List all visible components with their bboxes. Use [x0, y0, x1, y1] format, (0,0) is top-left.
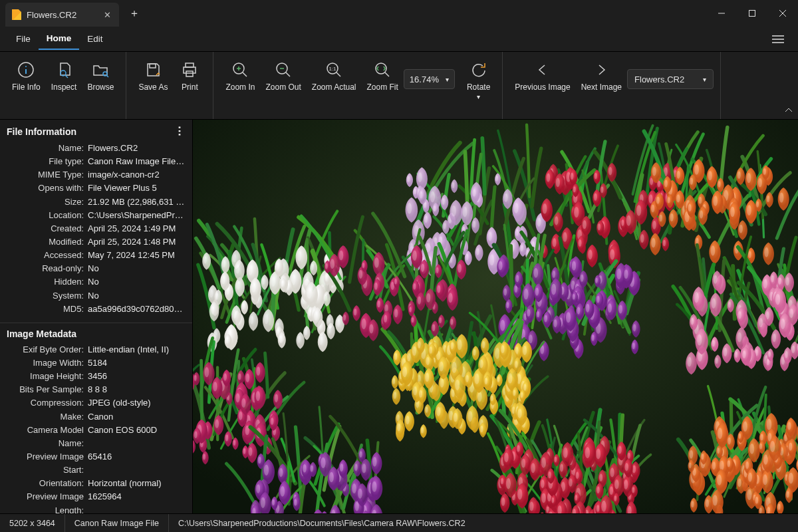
image-file-select[interactable]: Flowers.CR2 ▾ — [627, 69, 714, 89]
next-image-button[interactable]: Next Image — [576, 57, 627, 92]
svg-point-403 — [714, 275, 718, 284]
svg-point-209 — [543, 203, 547, 214]
svg-point-767 — [737, 478, 741, 487]
svg-point-515 — [402, 366, 407, 377]
image-meta-rows: Exif Byte Order:Little-endian (Intel, II… — [7, 343, 186, 513]
info-value: 65416 — [88, 450, 186, 477]
svg-point-55 — [248, 265, 253, 275]
svg-point-427 — [742, 350, 745, 358]
zoom-level-select[interactable]: 16.74% ▾ — [404, 69, 455, 89]
save-as-button[interactable]: Save As — [133, 57, 173, 92]
rotate-button[interactable]: Rotate▾ — [462, 57, 495, 102]
svg-point-600 — [599, 473, 602, 481]
svg-point-340 — [608, 303, 612, 313]
ribbon-group-nav: Previous Image Next Image Flowers.CR2 ▾ — [503, 52, 721, 119]
chevron-down-icon: ▾ — [446, 76, 449, 83]
svg-point-130 — [271, 418, 274, 425]
info-value: JPEG (old-style) — [88, 396, 186, 410]
svg-point-806 — [450, 319, 453, 325]
info-key: Compression: — [7, 396, 88, 410]
svg-point-571 — [261, 497, 265, 508]
svg-point-239 — [556, 178, 560, 187]
svg-point-231 — [573, 186, 576, 192]
svg-point-753 — [763, 454, 768, 464]
svg-point-419 — [771, 275, 774, 283]
svg-point-109 — [233, 440, 236, 446]
svg-point-769 — [759, 444, 762, 450]
file-icon — [12, 9, 21, 20]
svg-point-425 — [697, 334, 702, 345]
svg-point-78 — [209, 289, 213, 298]
info-key: Bits Per Sample: — [7, 383, 88, 396]
svg-point-74 — [214, 332, 217, 338]
menu-edit[interactable]: Edit — [79, 29, 110, 49]
svg-point-89 — [251, 283, 256, 293]
zoom-in-button[interactable]: Zoom In — [220, 57, 260, 92]
svg-point-809 — [384, 315, 387, 323]
close-window-button[interactable] — [767, 0, 798, 27]
svg-point-544 — [258, 457, 261, 464]
minimize-button[interactable] — [706, 0, 737, 27]
svg-point-233 — [595, 173, 597, 179]
svg-point-675 — [548, 471, 551, 478]
zoom-out-button[interactable]: Zoom Out — [260, 57, 306, 92]
svg-point-672 — [576, 471, 579, 479]
svg-point-373 — [735, 352, 737, 358]
svg-point-185 — [466, 254, 468, 261]
document-tab[interactable]: Flowers.CR2 ✕ — [5, 3, 119, 27]
svg-point-524 — [521, 392, 523, 398]
status-dimensions: 5202 x 3464 — [0, 514, 65, 532]
image-viewer[interactable] — [193, 120, 798, 513]
info-value: April 25, 2024 1:49 PM — [88, 222, 186, 235]
previous-image-button[interactable]: Previous Image — [509, 57, 575, 92]
zoom-actual-button[interactable]: 1:1 Zoom Actual — [307, 57, 362, 92]
svg-point-689 — [563, 448, 568, 458]
svg-point-643 — [610, 467, 614, 477]
maximize-button[interactable] — [737, 0, 767, 27]
menu-file[interactable]: File — [8, 29, 39, 49]
info-row: Modified:April 25, 2024 1:48 PM — [7, 235, 186, 249]
svg-point-777 — [361, 319, 366, 329]
zoom-out-icon — [273, 60, 293, 80]
svg-point-508 — [515, 360, 518, 368]
ribbon-group-output: Save As Print — [126, 52, 213, 119]
svg-point-774 — [412, 317, 414, 323]
panel-menu-icon[interactable]: ⋯ — [174, 126, 186, 137]
info-key: Modified: — [7, 235, 88, 249]
print-button[interactable]: Print — [173, 57, 206, 92]
svg-point-37 — [262, 278, 265, 285]
svg-point-613 — [501, 497, 505, 506]
browse-button[interactable]: Browse — [82, 57, 119, 92]
close-tab-icon[interactable]: ✕ — [102, 9, 112, 20]
file-info-button[interactable]: File Info — [7, 57, 46, 92]
collapse-ribbon-button[interactable] — [779, 52, 798, 119]
zoom-fit-button[interactable]: Zoom Fit — [362, 57, 404, 92]
svg-point-761 — [701, 454, 704, 460]
svg-point-344 — [553, 319, 557, 327]
image-content — [193, 120, 798, 513]
svg-point-748 — [720, 461, 724, 471]
svg-point-350 — [586, 304, 590, 313]
menubar: File Home Edit — [0, 27, 798, 52]
menu-more-button[interactable] — [766, 27, 790, 51]
svg-point-567 — [354, 464, 358, 471]
svg-point-141 — [205, 367, 209, 377]
svg-point-412 — [789, 309, 793, 318]
svg-point-136 — [235, 393, 239, 402]
svg-point-240 — [594, 193, 597, 200]
menu-home[interactable]: Home — [39, 28, 80, 50]
info-sidebar[interactable]: File Information ⋯ Name:Flowers.CR2File … — [0, 120, 193, 513]
svg-point-540 — [501, 345, 504, 353]
svg-point-764 — [789, 443, 792, 451]
svg-point-561 — [264, 465, 269, 475]
svg-rect-17 — [186, 71, 193, 76]
svg-point-550 — [294, 499, 297, 506]
inspect-button[interactable]: Inspect — [46, 57, 82, 92]
svg-point-161 — [495, 176, 498, 181]
info-row: Opens with:File Viewer Plus 5 — [7, 182, 186, 195]
svg-point-529 — [393, 392, 396, 399]
svg-point-219 — [608, 167, 612, 176]
file-info-rows: Name:Flowers.CR2File type:Canon Raw Imag… — [7, 142, 186, 316]
svg-point-788 — [426, 293, 430, 303]
new-tab-button[interactable]: ＋ — [123, 3, 146, 23]
